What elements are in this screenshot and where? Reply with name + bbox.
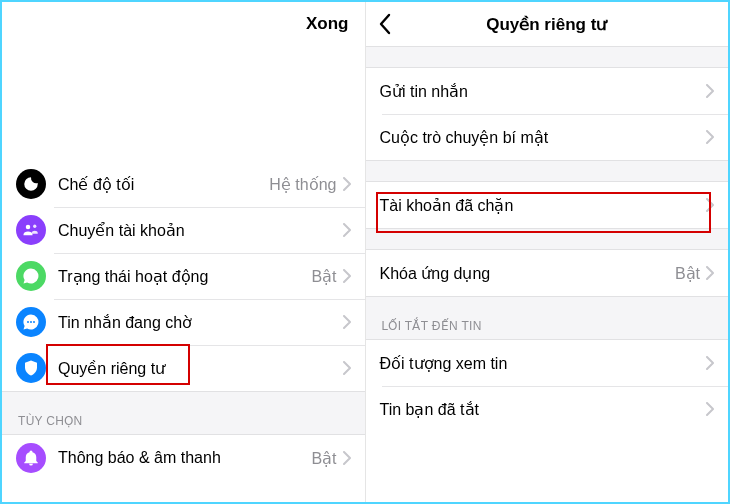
row-app-lock[interactable]: Khóa ứng dụng Bật [366,250,729,296]
right-header: Quyền riêng tư [366,2,729,46]
row-label: Chuyển tài khoản [58,221,343,240]
switch-account-icon [16,215,46,245]
chevron-right-icon [343,177,351,191]
row-label: Tài khoản đã chặn [380,196,707,215]
row-label: Tin nhắn đang chờ [58,313,343,332]
page-title: Quyền riêng tư [486,14,607,35]
svg-point-2 [27,321,29,323]
svg-point-0 [26,225,31,230]
back-button[interactable] [378,13,391,35]
row-value: Bật [311,449,336,468]
row-blocked-accounts[interactable]: Tài khoản đã chặn [366,182,729,228]
row-privacy[interactable]: Quyền riêng tư [2,345,365,391]
left-header: Xong [2,2,365,46]
privacy-pane: Quyền riêng tư Gửi tin nhắn Cuộc trò chu… [366,2,729,502]
done-button[interactable]: Xong [306,14,349,34]
chevron-right-icon [343,315,351,329]
section-label: LỐI TẮT ĐẾN TIN [382,319,482,333]
chevron-right-icon [343,361,351,375]
section-gap [366,160,729,182]
row-value: Hệ thống [269,175,336,194]
section-gap [366,228,729,250]
row-switch-account[interactable]: Chuyển tài khoản [2,207,365,253]
row-label: Thông báo & âm thanh [58,449,311,467]
row-value: Bật [675,264,700,283]
section-label: TÙY CHỌN [18,414,83,428]
chevron-right-icon [343,451,351,465]
row-label: Chế độ tối [58,175,269,194]
section-gap [366,46,729,68]
section-header-story: LỐI TẮT ĐẾN TIN [366,296,729,340]
row-label: Cuộc trò chuyện bí mật [380,128,707,147]
svg-point-1 [33,225,36,228]
row-message-requests[interactable]: Tin nhắn đang chờ [2,299,365,345]
row-secret-conversations[interactable]: Cuộc trò chuyện bí mật [366,114,729,160]
active-status-icon [16,261,46,291]
chevron-left-icon [378,13,391,35]
settings-pane: Xong Chế độ tối Hệ thống Chuyển tài khoả… [2,2,366,502]
row-dark-mode[interactable]: Chế độ tối Hệ thống [2,161,365,207]
row-value: Bật [311,267,336,286]
row-active-status[interactable]: Trạng thái hoạt động Bật [2,253,365,299]
moon-icon [16,169,46,199]
row-label: Trạng thái hoạt động [58,267,311,286]
chevron-right-icon [343,223,351,237]
chevron-right-icon [706,130,714,144]
chevron-right-icon [706,402,714,416]
row-label: Khóa ứng dụng [380,264,675,283]
chevron-right-icon [706,356,714,370]
chevron-right-icon [706,266,714,280]
section-header-options: TÙY CHỌN [2,391,365,435]
chevron-right-icon [343,269,351,283]
bell-icon [16,443,46,473]
chevron-right-icon [706,198,714,212]
shield-icon [16,353,46,383]
svg-point-3 [30,321,32,323]
row-story-audience[interactable]: Đối tượng xem tin [366,340,729,386]
row-label: Quyền riêng tư [58,359,343,378]
row-label: Gửi tin nhắn [380,82,707,101]
row-notifications[interactable]: Thông báo & âm thanh Bật [2,435,365,481]
row-muted-stories[interactable]: Tin bạn đã tắt [366,386,729,432]
chevron-right-icon [706,84,714,98]
row-label: Tin bạn đã tắt [380,400,707,419]
row-label: Đối tượng xem tin [380,354,707,373]
message-requests-icon [16,307,46,337]
svg-point-4 [33,321,35,323]
row-send-message[interactable]: Gửi tin nhắn [366,68,729,114]
